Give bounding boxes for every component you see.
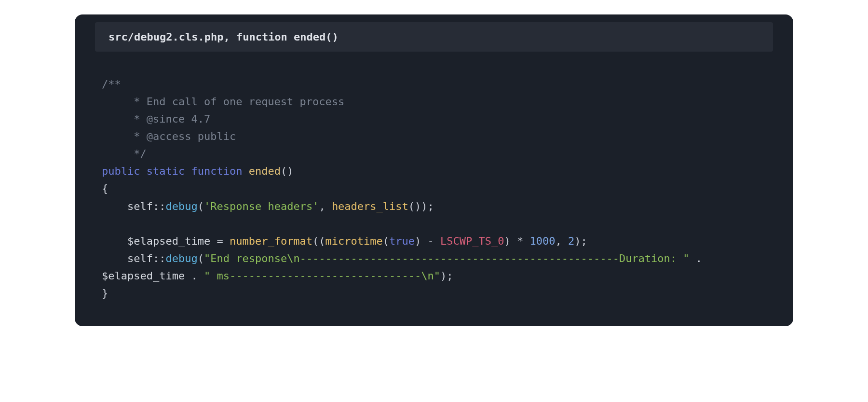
fn-number-format: number_format [230,235,312,247]
nf-open: ( [312,235,319,247]
code-body: /** * End call of one request process * … [75,52,793,307]
comment-line-2: * End call of one request process [102,96,344,108]
fn-microtime: microtime [326,235,383,247]
fn-ended: ended [249,165,281,177]
scope-1: :: [153,200,166,212]
d2-close: ); [440,270,453,282]
d2-open: ( [198,252,204,264]
kw-public: public [102,165,140,177]
const-lscwp: LSCWP_TS_0 [440,235,504,247]
minus: - [421,235,440,247]
concat-2: . [185,270,204,282]
fn-headers-list: headers_list [332,200,408,212]
mt-open-outer: ( [319,235,325,247]
close-1: ()); [408,200,434,212]
num-1000: 1000 [530,235,556,247]
concat-1: . [690,252,709,264]
nf-close: ); [574,235,587,247]
mt-open: ( [383,235,389,247]
assign: = [210,235,230,247]
kw-function: function [191,165,242,177]
debug-2: debug [165,252,197,264]
comment-line-1: /** [102,78,121,90]
comment-line-5: */ [102,148,147,160]
brace-close: } [102,287,108,299]
brace-open: { [102,182,108,194]
mt-close-outer: ) [504,235,511,247]
comment-line-4: * @access public [102,130,236,142]
comma-2: , [556,235,569,247]
file-title: src/debug2.cls.php, function ended() [108,31,339,43]
str-end-response: "End response\n-------------------------… [204,252,690,264]
str-response-headers: 'Response headers' [204,200,319,212]
kw-static: static [147,165,185,177]
debug-1: debug [165,200,197,212]
self-1: self [127,200,153,212]
self-2: self [127,252,153,264]
mul: * [511,235,530,247]
paren-empty: () [281,165,294,177]
var-elapsed-1: $elapsed_time [127,235,210,247]
mt-close: ) [415,235,421,247]
comment-line-3: * @since 4.7 [102,113,210,125]
var-elapsed-2: $elapsed_time [102,270,185,282]
scope-2: :: [153,252,166,264]
str-ms-tail: " ms------------------------------\n" [204,270,440,282]
paren-open-1: ( [198,200,204,212]
comma-1: , [319,200,332,212]
bool-true: true [389,235,415,247]
code-file-header: src/debug2.cls.php, function ended() [95,22,773,52]
num-2: 2 [568,235,574,247]
code-panel: src/debug2.cls.php, function ended() /**… [75,14,793,326]
